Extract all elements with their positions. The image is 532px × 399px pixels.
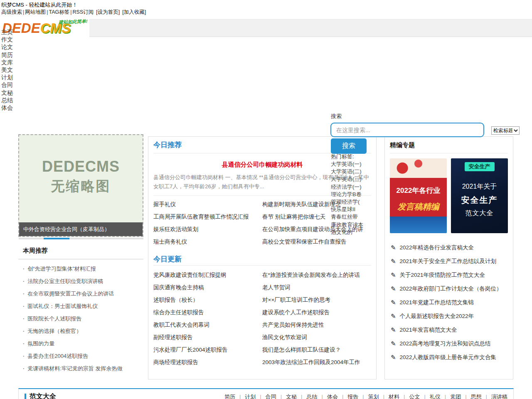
update-item[interactable]: 我们是怎么样抓职工队伍建设？ [262, 344, 371, 356]
slider-track[interactable] [19, 238, 143, 239]
hot-tag[interactable]: 经济法学(一) [331, 183, 363, 191]
week-item[interactable]: 党课讲稿材料:牢记党的宗旨 发挥余热做 [18, 362, 143, 375]
nav-item-tihui[interactable]: 体会 [1, 104, 13, 111]
update-item[interactable]: 老人节贺词 [262, 281, 371, 294]
today-item[interactable]: 瑞士商务礼仪 [153, 236, 262, 248]
top-link-set-home[interactable]: [设为首页] [94, 9, 120, 16]
topic-banner-speech[interactable]: 2022年各行业 发言稿精编 [390, 158, 447, 233]
update-item[interactable]: 综合办主任述职报告 [153, 306, 262, 319]
hot-tag[interactable]: 理论力学B卷 [331, 191, 363, 198]
hot-tag[interactable]: 快乐星球II [331, 206, 363, 213]
update-item[interactable]: 副经理述职报告 [153, 331, 262, 344]
category-link[interactable]: 体会 [317, 393, 337, 399]
site-logo[interactable]: DEDECMS 建站如此简单! [0, 19, 89, 37]
category-link[interactable]: 计划 [235, 393, 256, 399]
nav-item-zuowen[interactable]: 作文 [1, 36, 13, 43]
topic-item-label: 个人最新述职报告大全2022年 [400, 309, 474, 323]
hot-tag[interactable]: 廉政教育读本 [331, 221, 363, 229]
top-link-bookmark[interactable]: [加入收藏] [120, 9, 146, 16]
week-recommend-section: 本周推荐 创“先进学习型集体”材料汇报 法院办公室主任职位竞职演讲稿 在全市双拥… [18, 244, 143, 375]
nav-item-wenmi[interactable]: 文秘 [1, 89, 13, 96]
nav-item-wenku[interactable]: 文库 [1, 59, 13, 66]
hot-tag[interactable]: 青春红丝带 [331, 213, 363, 221]
update-item[interactable]: 述职报告（校长） [153, 294, 262, 306]
topic-item[interactable]: ✎2022高考地理复习方法和知识点总结 [390, 337, 508, 350]
hot-tag[interactable]: 大学英语(三) [331, 175, 363, 183]
banner-speech-line2: 发言稿精编 [390, 201, 447, 212]
update-item[interactable]: 商场经理述职报告 [153, 356, 262, 369]
category-link[interactable]: 报告 [338, 393, 358, 399]
topic-item[interactable]: ✎2022年政府部门工作计划大全（各岗位） [390, 282, 508, 296]
category-link[interactable]: 合同 [256, 393, 276, 399]
category-link[interactable]: 演讲稿 [482, 393, 507, 399]
slider-scroll-thumb[interactable] [44, 238, 69, 239]
search-scope-select[interactable]: 检索标题 [491, 126, 520, 135]
topic-item[interactable]: ✎2022年精选各行业发言稿大全 [390, 241, 508, 254]
topic-item[interactable]: ✎关于2021年疫情防控工作范文大全 [390, 268, 508, 282]
today-item[interactable]: 高校公文管理和保密工作自查报告 [262, 236, 371, 248]
top-link-tags[interactable]: TAG标签 [46, 9, 69, 16]
week-item[interactable]: 氛围的力量 [18, 337, 143, 350]
week-item[interactable]: 法院办公室主任职位竞职演讲稿 [18, 275, 143, 288]
topic-item[interactable]: ✎2022人教版四年级上册各单元作文合集 [390, 350, 508, 364]
featured-slide[interactable]: DEDECMS 无缩略图 中外合资经营企业合同（皮革制品） [18, 134, 143, 237]
category-link[interactable]: 思想 [461, 393, 481, 399]
update-item[interactable]: 渔民文化节欢迎词 [262, 331, 371, 344]
topic-item-label: 2022高考地理复习方法和知识点总结 [400, 337, 491, 350]
update-item[interactable]: 2003年政法综治工作回顾及2004年工作 [262, 356, 371, 369]
category-link[interactable]: 礼仪 [420, 393, 440, 399]
slide-caption[interactable]: 中外合资经营企业合同（皮革制品） [19, 222, 143, 236]
category-link[interactable]: 文秘 [276, 393, 297, 399]
topic-item[interactable]: ✎2021年关于安全生产工作总结以及计划 [390, 254, 508, 268]
top-link-sitemap[interactable]: 网站地图 [22, 9, 46, 16]
hot-tag[interactable]: 管理经济学( [331, 198, 363, 206]
nav-item-jihua[interactable]: 计划 [1, 74, 13, 81]
nav-item-jianli[interactable]: 简历 [1, 51, 13, 59]
category-link[interactable]: 总结 [297, 393, 317, 399]
week-item[interactable]: 创“先进学习型集体”材料汇报 [18, 263, 143, 275]
topic-banner-safety[interactable]: 安全生产 2021年关于 安全生产 范文大全 [451, 158, 508, 233]
hot-tag[interactable]: 大学英语(一) [331, 160, 363, 168]
nav-item-home[interactable]: 主页 [1, 28, 13, 36]
nav-item-meiwen[interactable]: 美文 [1, 66, 13, 74]
top-link-rss[interactable]: RSS订阅 [69, 9, 94, 16]
category-link[interactable]: 简历 [220, 393, 235, 399]
top-link-advanced-search[interactable]: 高级搜索 [1, 9, 22, 16]
week-item[interactable]: 在全市双拥暨安置工作会议上的讲话 [18, 288, 143, 300]
category-link[interactable]: 材料 [379, 393, 399, 399]
topic-item[interactable]: ✎2021年党建工作总结范文集锦 [390, 296, 508, 309]
week-item[interactable]: 医院院长个人述职报告 [18, 313, 143, 325]
nav-item-hetong[interactable]: 合同 [1, 81, 13, 89]
category-link[interactable]: 公文 [399, 393, 420, 399]
nav-item-lunwen[interactable]: 论文 [1, 43, 13, 51]
week-item[interactable]: 县委办主任2004述职报告 [18, 350, 143, 362]
week-item[interactable]: 面试礼仪：男士面试服饰礼仪 [18, 300, 143, 313]
topic-item-label: 2021年关于安全生产工作总结以及计划 [400, 254, 497, 268]
today-item[interactable]: 握手礼仪 [153, 198, 262, 211]
update-item[interactable]: 教职工代表大会闭幕词 [153, 319, 262, 331]
update-item[interactable]: 党风廉政建设责任制汇报提纲 [153, 269, 262, 281]
edit-icon: ✎ [391, 282, 396, 296]
search-button[interactable]: 搜索 [331, 138, 367, 154]
topic-item-label: 关于2021年疫情防控工作范文大全 [400, 268, 485, 282]
banner-safety-line1: 2021年关于 [451, 182, 508, 191]
update-item[interactable]: 对××厂职工培训工作的思考 [262, 294, 371, 306]
topic-item[interactable]: ✎个人最新述职报告大全2022年 [390, 309, 508, 323]
hot-tag[interactable]: 大学英语(二) [331, 168, 363, 175]
topic-item[interactable]: ✎2021年发言稿范文大全 [390, 323, 508, 337]
week-item[interactable]: 无悔的选择（检察官） [18, 325, 143, 337]
today-item[interactable]: 工商局开展队伍教育整顿工作情况汇报 [153, 211, 262, 223]
hot-tag[interactable]: 酒文化的 [331, 229, 363, 236]
update-item[interactable]: 国庆通宵晚会主持稿 [153, 281, 262, 294]
update-item[interactable]: 在*旅游投资洽谈会新闻发布会上的讲话 [262, 269, 371, 281]
site-title: 织梦CMS - 轻松建站从此开始！ [1, 1, 77, 9]
update-item[interactable]: 污水处理厂厂长2004述职报告 [153, 344, 262, 356]
nav-item-zongjie[interactable]: 总结 [1, 96, 13, 104]
search-input[interactable] [330, 123, 484, 137]
today-item[interactable]: 娱乐狂欢活动策划 [153, 223, 262, 236]
category-link[interactable]: 策划 [358, 393, 379, 399]
banner-safety-line3: 范文大全 [451, 209, 508, 218]
update-item[interactable]: 建设系统个人工作述职报告 [262, 306, 371, 319]
category-link[interactable]: 党团 [441, 393, 461, 399]
update-item[interactable]: 共产党员如何保持先进性 [262, 319, 371, 331]
